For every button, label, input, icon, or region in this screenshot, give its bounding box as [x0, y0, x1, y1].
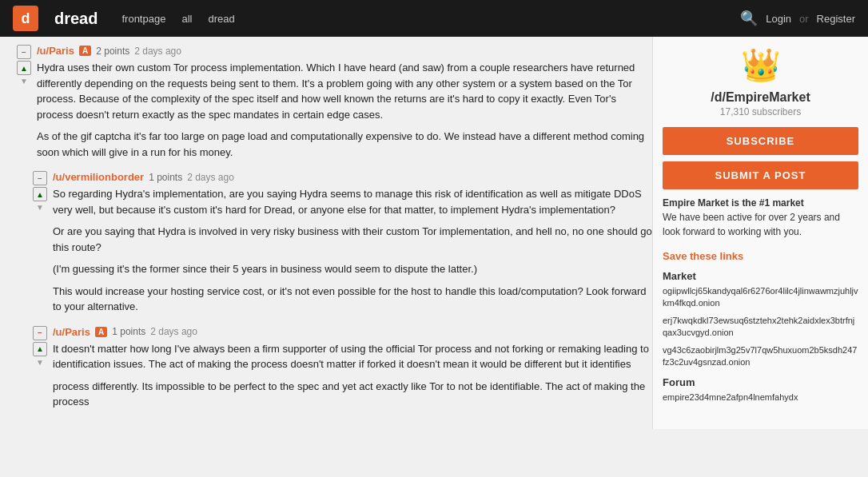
section-market-title: Market — [663, 270, 858, 282]
user-badge: A — [79, 46, 91, 56]
comment-text: It doesn't matter how long I've always b… — [53, 341, 652, 410]
comment-timestamp: 2 days ago — [150, 326, 197, 337]
page-container: − ▲ ▼ /u/Paris A 2 points 2 days ago Hyd… — [0, 37, 868, 429]
submit-post-button[interactable]: SUBMIT A POST — [663, 161, 858, 189]
onion-link[interactable]: empire23d4mne2afpn4lnemfahydx — [663, 392, 858, 403]
nav-all[interactable]: all — [181, 13, 192, 25]
header-right: 🔍 Login or Register — [740, 10, 855, 27]
sidebar-desc-body: We have been active for over 2 years and… — [663, 212, 840, 237]
comment-username[interactable]: /u/vermilionborder — [53, 171, 144, 183]
upvote-button[interactable]: ▲ — [33, 187, 47, 201]
vote-controls: − ▲ ▼ — [16, 45, 32, 160]
comments-column: − ▲ ▼ /u/Paris A 2 points 2 days ago Hyd… — [0, 37, 652, 429]
upvote-button[interactable]: ▲ — [33, 342, 47, 356]
main-nav: frontpage all dread — [121, 13, 724, 25]
search-icon[interactable]: 🔍 — [740, 10, 758, 27]
vote-controls: − ▲ ▼ — [32, 326, 48, 410]
comment-points: 1 points — [149, 172, 182, 183]
comment-body-container: /u/Paris A 1 points 2 days ago It doesn'… — [53, 326, 652, 410]
comment-text: So regarding Hydra's implementation, are… — [53, 186, 652, 315]
onion-link[interactable]: erj7kwqkdkl73ewsuq6stztehx2tehk2aidxlex3… — [663, 315, 858, 340]
comment-username[interactable]: /u/Paris — [37, 45, 74, 57]
comment-username[interactable]: /u/Paris — [53, 326, 90, 338]
comment-item: − ▲ ▼ /u/Paris A 1 points 2 days ago It … — [8, 326, 652, 410]
onion-link[interactable]: vg43c6zaobirjlm3g25v7l7qw5huxuom2b5ksdh2… — [663, 344, 858, 369]
subscribe-button[interactable]: SUBSCRIBE — [663, 127, 858, 155]
subreddit-name[interactable]: /d/EmpireMarket — [663, 90, 858, 105]
sidebar-avatar: 👑 — [663, 46, 858, 84]
collapse-arrow[interactable]: ▼ — [36, 203, 44, 212]
comment-meta: /u/Paris A 1 points 2 days ago — [53, 326, 652, 338]
nav-dread[interactable]: dread — [208, 13, 234, 25]
comment-points: 2 points — [96, 46, 129, 57]
sidebar-desc-strong: Empire Market is the #1 market — [663, 197, 804, 209]
save-links-title: Save these links — [663, 250, 858, 262]
logo-icon[interactable]: d — [13, 6, 38, 31]
vote-controls: − ▲ ▼ — [32, 171, 48, 315]
collapse-arrow[interactable]: ▼ — [20, 77, 28, 85]
user-badge: A — [95, 327, 107, 337]
downvote-button[interactable]: − — [17, 45, 31, 59]
comment-item: − ▲ ▼ /u/vermilionborder 1 points 2 days… — [8, 171, 652, 315]
comment-text: Hydra uses their own custom Tor process … — [37, 60, 652, 160]
upvote-button[interactable]: ▲ — [17, 61, 31, 75]
sidebar: 👑 /d/EmpireMarket 17,310 subscribers SUB… — [652, 37, 868, 429]
downvote-button[interactable]: − — [33, 171, 47, 185]
downvote-button[interactable]: − — [33, 326, 47, 340]
site-title: dread — [54, 10, 98, 28]
nav-frontpage[interactable]: frontpage — [121, 13, 165, 25]
comment-meta: /u/vermilionborder 1 points 2 days ago — [53, 171, 652, 183]
comment-meta: /u/Paris A 2 points 2 days ago — [37, 45, 652, 57]
subscriber-count: 17,310 subscribers — [663, 106, 858, 117]
comment-timestamp: 2 days ago — [187, 172, 234, 183]
comment-item: − ▲ ▼ /u/Paris A 2 points 2 days ago Hyd… — [8, 45, 652, 160]
main-header: d dread frontpage all dread 🔍 Login or R… — [0, 0, 868, 37]
comment-points: 1 points — [112, 326, 145, 337]
comment-timestamp: 2 days ago — [134, 46, 181, 57]
collapse-arrow[interactable]: ▼ — [36, 358, 44, 367]
register-link[interactable]: Register — [817, 13, 855, 25]
crown-icon: 👑 — [741, 46, 781, 84]
sidebar-description: Empire Market is the #1 market We have b… — [663, 196, 858, 239]
comment-body-container: /u/Paris A 2 points 2 days ago Hydra use… — [37, 45, 652, 160]
onion-link[interactable]: ogiipwllcj65kandyqal6r6276or4lilc4jlinwa… — [663, 285, 858, 310]
auth-separator: or — [799, 13, 809, 25]
comment-body-container: /u/vermilionborder 1 points 2 days ago S… — [53, 171, 652, 315]
login-link[interactable]: Login — [766, 13, 791, 25]
section-forum-title: Forum — [663, 376, 858, 388]
